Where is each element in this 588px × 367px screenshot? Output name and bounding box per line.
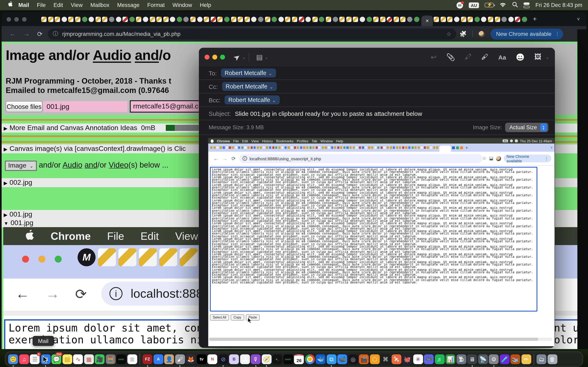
browser-tab-favicon[interactable] <box>265 17 270 22</box>
dock-icon-music[interactable]: ♫ <box>18 352 29 366</box>
browser-tab-favicon[interactable] <box>319 17 324 22</box>
attach-file-button[interactable]: 📎 <box>446 53 455 61</box>
right-tabs-group[interactable] <box>434 17 529 22</box>
browser-tab-favicon[interactable] <box>109 17 114 22</box>
mail-title-bar[interactable]: ➤ ⌄ ▤ ⌄ ↩ 📎 🖍 🖋 Aa 😀 🖼 ⌄ <box>199 48 555 67</box>
browser-tab-favicon[interactable] <box>394 17 399 22</box>
dock-icon-command-app[interactable]: ⌘ <box>380 352 391 366</box>
browser-tab-favicon[interactable] <box>156 17 162 22</box>
dock-icon-safari[interactable]: 🧭 <box>261 352 272 366</box>
dock-icon-firefox[interactable]: 🦊 <box>185 352 196 366</box>
recipient-chevron-icon[interactable]: ⌄ <box>272 98 276 103</box>
send-button[interactable]: ➤ <box>231 51 242 63</box>
dock-icon-game-app[interactable]: 🎮 <box>424 352 434 366</box>
video-link[interactable]: Video <box>109 161 129 169</box>
collapsed-triangle-icon[interactable]: ▶ <box>4 180 7 186</box>
browser-tab-favicon[interactable] <box>122 17 128 22</box>
control-center-icon[interactable] <box>523 2 530 8</box>
and-link[interactable]: and <box>135 47 159 63</box>
extensions-icon[interactable]: 🧩 <box>459 31 467 37</box>
collapsed-triangle-icon[interactable]: ▶ <box>4 125 7 131</box>
browser-tab-favicon[interactable] <box>515 17 520 22</box>
browser-tab-favicon[interactable] <box>502 17 507 22</box>
browser-tab-favicon[interactable] <box>102 17 108 22</box>
browser-tab-favicon[interactable] <box>481 17 486 22</box>
browser-tab-favicon[interactable] <box>346 17 351 22</box>
browser-tab-favicon[interactable] <box>292 17 297 22</box>
browser-tab-favicon[interactable] <box>163 17 168 22</box>
dock-icon-system-settings[interactable]: ⚙ <box>488 352 499 366</box>
menu-app-name[interactable]: Mail <box>18 2 29 8</box>
dock-icon-clamp-app[interactable]: 🗜 <box>456 352 467 366</box>
apple-menu-icon[interactable] <box>7 1 13 9</box>
new-chrome-available-button[interactable]: New Chrome available ⋮ <box>490 28 563 39</box>
dock-icon-antenna-app[interactable]: 📡 <box>477 352 488 366</box>
and-link[interactable]: and <box>85 161 97 169</box>
send-options-chevron-icon[interactable]: ⌄ <box>242 55 246 59</box>
active-tab[interactable]: ✕ <box>422 16 433 26</box>
dock-icon-trash[interactable]: 🗑 <box>547 352 558 366</box>
chrome-menu-kebab-icon[interactable]: ⋮ <box>555 31 560 37</box>
dock-icon-recorder[interactable]: ◎ <box>348 352 359 366</box>
menu-view[interactable]: View <box>71 2 83 8</box>
url-text[interactable]: rjmprogramming.com.au/Mac/media_via_pb.p… <box>62 31 181 37</box>
dock-icon-hex-app[interactable]: ⬡ <box>369 352 380 366</box>
dock-icon-launchpad[interactable]: ▦ <box>84 352 94 366</box>
browser-tab-favicon[interactable] <box>170 17 175 22</box>
browser-tab-favicon[interactable] <box>285 17 291 22</box>
dock-icon-downloads[interactable]: 🗂 <box>536 352 547 366</box>
mail-minimize-button[interactable] <box>212 55 217 59</box>
photo-browser-chevron-icon[interactable]: ⌄ <box>546 55 549 59</box>
browser-tab-favicon[interactable] <box>360 17 365 22</box>
bcc-field-row[interactable]: Bcc: Robert Metcalfe⌄ <box>199 93 555 107</box>
image-size-select[interactable]: Actual Size ▲▼ <box>505 123 548 132</box>
dock-icon-app-store[interactable]: A <box>153 352 164 366</box>
dock-icon-reminders[interactable]: ☰3 <box>29 352 40 366</box>
dock-icon-lab-app[interactable]: 🧪 <box>499 352 510 366</box>
dock-icon-pencil-app[interactable]: ✏ <box>521 352 532 366</box>
cc-field-row[interactable]: Cc: Robert Metcalfe⌄ <box>199 80 555 93</box>
window-close-button[interactable] <box>7 17 11 21</box>
browser-tab-favicon[interactable] <box>400 17 406 22</box>
dock-icon-voice-memos[interactable]: ∿ <box>73 352 84 366</box>
browser-tab-favicon[interactable] <box>211 17 216 22</box>
browser-tab-favicon[interactable] <box>461 17 466 22</box>
dock-icon-messages[interactable]: 💬203 <box>51 352 62 366</box>
browser-tab-favicon[interactable] <box>95 17 101 22</box>
dock-icon-movies[interactable]: 🎬 <box>359 352 369 366</box>
dock-icon-gimp[interactable]: 🖌 <box>174 352 185 366</box>
browser-tab-favicon[interactable] <box>136 17 141 22</box>
input-source-indicator[interactable]: AU <box>469 2 479 8</box>
dock-icon-asterisk-app[interactable]: ✳ <box>413 352 424 366</box>
recipient-chevron-icon[interactable]: ⌄ <box>269 84 273 89</box>
browser-tab-favicon[interactable] <box>272 17 277 22</box>
browser-tab-favicon[interactable] <box>475 17 480 22</box>
pinned-tabs-group[interactable] <box>41 17 421 22</box>
dock-icon-no-sign[interactable]: ⊘ <box>218 352 229 366</box>
browser-tab-favicon[interactable] <box>231 17 236 22</box>
new-tab-button[interactable]: + <box>533 15 537 23</box>
menu-format[interactable]: Format <box>147 2 165 8</box>
cc-recipient-pill[interactable]: Robert Metcalfe⌄ <box>222 82 277 91</box>
browser-tab-favicon[interactable] <box>447 17 453 22</box>
collapsed-triangle-icon[interactable]: ▶ <box>4 212 7 218</box>
emoji-picker-button[interactable]: 😀 <box>516 53 525 61</box>
select-stepper-icon[interactable]: ▲▼ <box>540 124 547 131</box>
media-type-select[interactable]: Image⌄ <box>5 161 36 171</box>
dock-icon-screen-share[interactable]: 🖥 <box>467 352 477 366</box>
browser-tab-favicon[interactable] <box>68 17 74 22</box>
browser-tab-favicon[interactable] <box>150 17 155 22</box>
menu-file[interactable]: File <box>37 2 46 8</box>
site-info-icon[interactable]: ⓘ <box>53 30 58 38</box>
dock-icon-textedit[interactable]: ≣ <box>127 352 138 366</box>
inner-horizontal-scrollbar[interactable] <box>209 338 552 341</box>
dock-icon-video-call[interactable]: 📹 <box>337 352 348 366</box>
tab-close-icon[interactable]: ✕ <box>425 18 429 24</box>
menu-help[interactable]: Help <box>200 2 211 8</box>
browser-tab-favicon[interactable] <box>339 17 345 22</box>
collapsed-triangle-icon[interactable]: ▶ <box>4 146 7 152</box>
menu-bar-clock[interactable]: Fri 26 Dec 8:43 pm <box>535 2 582 8</box>
browser-tab-favicon[interactable] <box>353 17 358 22</box>
select-all-button[interactable]: Select All <box>210 314 229 320</box>
bookmark-star-icon[interactable]: ☆ <box>447 31 451 37</box>
